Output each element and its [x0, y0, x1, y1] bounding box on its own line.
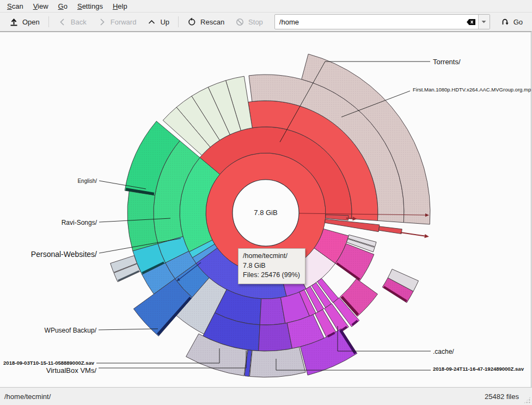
disk-usage-view: 7.8 GiB Torrents/First.Man.1080p.HDTV.x2…: [0, 32, 531, 388]
file-spike: [346, 218, 353, 219]
chart-label: Ravi-Songs/: [62, 219, 97, 226]
tooltip-files: Files: 25476 (99%): [243, 271, 300, 280]
stop-icon: [235, 17, 244, 27]
menu-help[interactable]: Help: [108, 1, 132, 11]
toolbar-separator: [48, 16, 49, 27]
sunburst-chart[interactable]: 7.8 GiB Torrents/First.Man.1080p.HDTV.x2…: [0, 32, 531, 387]
open-icon: [9, 17, 19, 27]
chart-segment[interactable]: [379, 226, 402, 234]
chart-label: VirtualBox VMs/: [46, 366, 97, 375]
status-current-path: /home/tecmint/: [0, 392, 485, 401]
go-button[interactable]: Go: [496, 15, 528, 29]
chart-segment[interactable]: [325, 219, 379, 232]
rescan-button[interactable]: Rescan: [182, 15, 229, 29]
chevron-down-icon: [481, 20, 486, 23]
up-icon: [147, 17, 156, 27]
label-leader-line: [99, 329, 158, 330]
location-input[interactable]: [275, 18, 464, 26]
up-button[interactable]: Up: [142, 15, 174, 29]
up-label: Up: [160, 18, 169, 26]
go-label: Go: [513, 18, 523, 26]
back-label: Back: [71, 18, 87, 26]
chart-label: 2018-09-03T10-15-11-058889000Z.sav: [3, 360, 95, 366]
chart-label: English/: [77, 178, 97, 184]
chart-label: Torrents/: [433, 58, 461, 66]
tooltip-size: 7.8 GiB: [243, 261, 300, 271]
menu-go[interactable]: Go: [53, 1, 72, 11]
location-dropdown-button[interactable]: [478, 15, 490, 29]
file-spike-arrowhead: [424, 234, 429, 238]
open-button[interactable]: Open: [4, 15, 45, 29]
chart-label: .cache/: [433, 348, 454, 355]
menu-view[interactable]: View: [28, 1, 53, 11]
forward-button[interactable]: Forward: [93, 15, 142, 29]
segment-texture: [259, 323, 292, 351]
center-size-label: 7.8 GiB: [254, 208, 277, 217]
rescan-icon: [187, 17, 197, 27]
forward-label: Forward: [111, 18, 137, 26]
segment-texture: [127, 191, 158, 251]
status-file-count: 25482 files: [485, 392, 532, 401]
filelight-window: ScanViewGoSettingsHelp Open Back Forward: [0, 0, 532, 405]
menu-settings[interactable]: Settings: [72, 1, 108, 11]
back-button[interactable]: Back: [53, 15, 91, 29]
tooltip-path: /home/tecmint/: [243, 251, 300, 261]
segment-tooltip: /home/tecmint/ 7.8 GiB Files: 25476 (99%…: [238, 248, 305, 284]
chart-label: Personal-Websites/: [31, 250, 97, 259]
open-label: Open: [22, 18, 40, 26]
toolbar-separator: [178, 16, 179, 27]
status-bar: /home/tecmint/ 25482 files: [0, 387, 532, 405]
chart-label: 2018-09-24T11-16-47-192489000Z.sav: [433, 366, 524, 372]
toolbar: Open Back Forward Up Resc: [0, 13, 532, 32]
file-spike: [400, 232, 425, 236]
stop-button[interactable]: Stop: [230, 15, 268, 29]
back-icon: [58, 17, 67, 27]
chart-label: WPuseof Backup/: [45, 327, 97, 334]
backspace-icon: [466, 19, 476, 26]
location-bar[interactable]: [274, 14, 490, 29]
chart-label: First.Man.1080p.HDTV.x264.AAC.MVGroup.or…: [413, 87, 531, 93]
clear-location-button[interactable]: [464, 15, 478, 28]
rescan-label: Rescan: [200, 18, 224, 26]
forward-icon: [97, 17, 107, 27]
go-icon: [500, 17, 510, 27]
menu-bar: ScanViewGoSettingsHelp: [0, 0, 532, 13]
segment-texture: [250, 347, 306, 377]
stop-label: Stop: [248, 18, 263, 26]
menu-scan[interactable]: Scan: [2, 1, 28, 11]
